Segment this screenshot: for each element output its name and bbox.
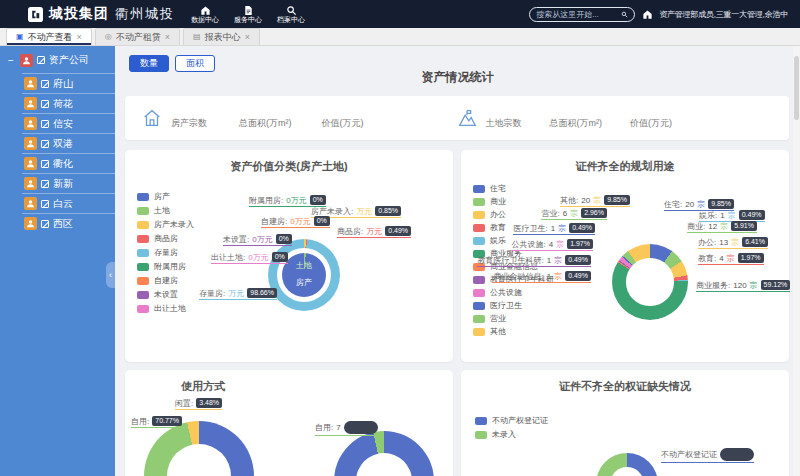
stat-label-land-value: 价值(万元): [630, 117, 672, 130]
branch-icon: [24, 177, 37, 190]
tree-item-branch[interactable]: 荷花: [22, 93, 115, 113]
chart-callout: 不动产权登记证: [661, 448, 754, 463]
legend-item[interactable]: 不动产权登记证: [475, 416, 548, 425]
tab-realestate-view[interactable]: ▣ 不动产查看 ×: [6, 28, 92, 45]
legend-swatch: [137, 305, 149, 313]
legend-item[interactable]: 自建房: [137, 276, 194, 285]
edit-icon: [41, 80, 49, 88]
legend-item[interactable]: 医疗卫生: [473, 301, 554, 310]
tree-item-label: 府山: [53, 77, 73, 91]
search-input[interactable]: [536, 10, 618, 19]
legend-item[interactable]: 土地: [137, 206, 194, 215]
circle-icon: ◎: [105, 33, 112, 41]
report-icon: ▤: [193, 33, 201, 41]
legend-label: 公共设施: [490, 288, 522, 297]
house-icon: [141, 107, 163, 129]
edit-icon: [41, 160, 49, 168]
stat-label-property-value: 价值(万元): [322, 117, 364, 130]
tree-item-label: 双港: [53, 137, 73, 151]
legend-swatch: [473, 211, 485, 219]
top-header: 城投集团 衢州城投 数据中心 服务中心 档案中心 资产管理部成员,三重一大管: [0, 0, 800, 28]
tree-item-branch[interactable]: 白云: [22, 193, 115, 213]
legend-label: 其他: [490, 327, 506, 336]
legend-item[interactable]: 出让土地: [137, 304, 194, 313]
document-icon: [243, 5, 254, 16]
legend-item[interactable]: 房产: [137, 192, 194, 201]
legend-label: 商业: [490, 197, 506, 206]
tree-item-label: 新新: [53, 177, 73, 191]
legend-item[interactable]: 附属用房: [137, 262, 194, 271]
legend-swatch: [137, 235, 149, 243]
chart-legend: 房产 土地 房产未录入 商品房: [137, 192, 194, 313]
legend-item[interactable]: 公共设施: [473, 288, 554, 297]
legend-item[interactable]: 房产未录入: [137, 220, 194, 229]
donut-usage-right[interactable]: [334, 431, 434, 476]
legend-label: 不动产权登记证: [492, 416, 548, 425]
chart-callout: 商品房: 万元 0.49%: [337, 226, 411, 238]
tab-bar: ▣ 不动产查看 × ◎ 不动产租赁 × ▤ 报表中心 ×: [0, 28, 800, 46]
tree-item-branch[interactable]: 新新: [22, 173, 115, 193]
tree-item-label: 信安: [53, 117, 73, 131]
legend-swatch: [475, 417, 487, 425]
chart-callout: 出让土地: 0万元 0%: [211, 252, 288, 264]
chart-callout: 公共设施: 4 宗 1.97%: [511, 239, 593, 251]
nav-item-archive-center[interactable]: 档案中心: [277, 5, 305, 24]
chart-callout: 闲置: 3.48%: [175, 398, 222, 410]
home-icon: [642, 9, 653, 20]
tree-item-label: 衢化: [53, 157, 73, 171]
global-search[interactable]: [529, 7, 635, 22]
legend-swatch: [137, 277, 149, 285]
chart-title: 证件齐全的规划用途: [461, 159, 789, 174]
edit-icon: [41, 120, 49, 128]
search-icon[interactable]: [621, 10, 628, 19]
sidebar-collapse-handle[interactable]: ‹: [106, 262, 115, 288]
search-icon: [286, 5, 297, 16]
collapse-icon[interactable]: −: [8, 55, 16, 66]
branch-icon: [24, 157, 37, 170]
legend-swatch: [473, 302, 485, 310]
nav-item-data-center[interactable]: 数据中心: [191, 5, 219, 24]
close-icon[interactable]: ×: [245, 33, 250, 42]
legend-swatch: [473, 224, 485, 232]
stat-label-land-area: 总面积(万m²): [550, 117, 603, 130]
close-icon[interactable]: ×: [165, 33, 170, 42]
stat-label-property-count: 房产宗数: [171, 117, 207, 130]
legend-swatch: [137, 249, 149, 257]
tree-item-branch[interactable]: 西区: [22, 213, 115, 233]
scrollbar-thumb[interactable]: [794, 56, 799, 120]
tree-item-branch[interactable]: 府山: [22, 73, 115, 93]
home-shortcut[interactable]: [642, 9, 653, 20]
close-icon[interactable]: ×: [77, 33, 82, 42]
legend-item[interactable]: 存量房: [137, 248, 194, 257]
donut-usage-left[interactable]: [144, 421, 254, 476]
tree-item-branch[interactable]: 衢化: [22, 153, 115, 173]
stat-label-land-count: 土地宗数: [486, 117, 522, 130]
main-nav: 数据中心 服务中心 档案中心: [191, 5, 305, 24]
donut-inner-pie[interactable]: 土地 房产: [282, 253, 326, 297]
main-content: 数量 面积 资产情况统计 房产宗数 总面积(万m²) 价值(万元) 土地宗数 总…: [115, 46, 800, 476]
legend-item[interactable]: 商品房: [137, 234, 194, 243]
vertical-scrollbar[interactable]: [793, 46, 800, 476]
legend-item[interactable]: 商业: [473, 197, 554, 206]
tab-report-center[interactable]: ▤ 报表中心 ×: [183, 28, 260, 45]
tree-children: 府山 荷花 信安: [0, 73, 115, 233]
tree-item-branch[interactable]: 双港: [22, 133, 115, 153]
legend-label: 营业: [490, 314, 506, 323]
legend-item[interactable]: 未录入: [475, 430, 548, 439]
legend-item[interactable]: 住宅: [473, 184, 554, 193]
user-info[interactable]: 资产管理部成员,三重一大管理,余浩中: [659, 9, 788, 20]
legend-label: 附属用房: [154, 262, 186, 271]
legend-item[interactable]: 其他: [473, 327, 554, 336]
tab-realestate-lease[interactable]: ◎ 不动产租赁 ×: [95, 28, 180, 45]
nav-item-service-center[interactable]: 服务中心: [234, 5, 262, 24]
legend-swatch: [137, 291, 149, 299]
legend-item[interactable]: 营业: [473, 314, 554, 323]
legend-label: 出让土地: [154, 304, 186, 313]
nav-label: 服务中心: [234, 16, 262, 24]
tree-item-branch[interactable]: 信安: [22, 113, 115, 133]
tree-root-company[interactable]: − 资产公司: [0, 46, 115, 73]
donut-ring[interactable]: [612, 244, 688, 320]
donut-missing-certs[interactable]: [596, 453, 658, 476]
legend-label: 存量房: [154, 248, 178, 257]
legend-item[interactable]: 未设置: [137, 290, 194, 299]
